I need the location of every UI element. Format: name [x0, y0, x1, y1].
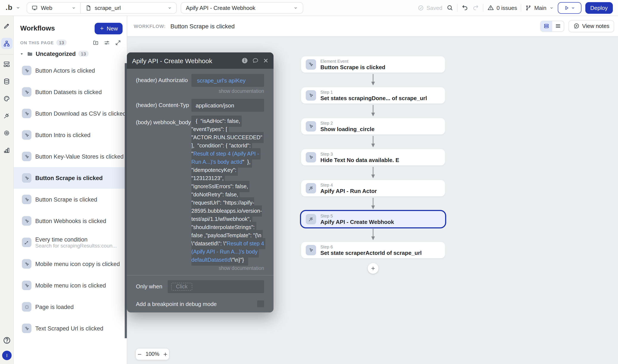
view-toggle-list[interactable]	[552, 21, 564, 31]
step-card[interactable]: Element EventButton Scrape is clicked	[301, 56, 445, 73]
preview-button[interactable]	[558, 2, 581, 13]
sidebar-item-plugins[interactable]	[1, 110, 12, 121]
search-icon[interactable]	[446, 4, 453, 11]
page-label: scrape_url	[94, 4, 121, 11]
workflow-list-item[interactable]: Button Scrape is clicked	[14, 189, 127, 210]
workflow-list-item[interactable]: Button Download as CSV is clicked	[14, 103, 127, 124]
plug-icon	[306, 183, 316, 193]
workflow-select[interactable]: Apify API - Create Webhook	[181, 2, 303, 13]
workflow-list-item[interactable]: Button Datasets is clicked	[14, 81, 127, 103]
flow-arrow-icon	[301, 196, 445, 211]
json-text: " }, "idempotencyKey": "123123123", "ign…	[191, 159, 263, 247]
workflow-header-label: WORKFLOW:	[134, 23, 166, 29]
panel-scrollbar[interactable]	[125, 63, 127, 338]
step-kind: Step 4	[320, 182, 377, 188]
check-circle-icon	[417, 4, 424, 11]
topbar-actions: Saved 0 issues Main Deploy	[417, 2, 613, 13]
step-card[interactable]: Step 5Apify API - Create Webhook	[301, 211, 445, 227]
sidebar-item-design[interactable]	[1, 21, 12, 31]
info-icon[interactable]	[241, 57, 248, 64]
workflow-list-item[interactable]: Every time conditionSearch for scrapingR…	[14, 232, 127, 253]
workflow-item-label: Button Intro is clicked	[35, 132, 91, 138]
plus-icon	[99, 26, 105, 31]
rail-divider	[0, 54, 13, 55]
warning-icon	[487, 4, 494, 11]
page-select[interactable]: scrape_url	[81, 2, 176, 13]
step-card[interactable]: Step 2Show loading_circle	[301, 118, 445, 134]
filter-icon[interactable]	[104, 39, 110, 46]
cursor-icon	[306, 152, 316, 162]
click-cursor-icon	[306, 59, 316, 70]
flow-arrow-icon	[301, 166, 445, 180]
show-documentation-link[interactable]: show documentation	[127, 87, 273, 94]
click-cursor-icon	[22, 109, 31, 118]
sidebar-item-workflows[interactable]	[1, 38, 12, 49]
workflow-list-item[interactable]: Page is loaded	[14, 296, 127, 318]
workflow-item-label: Text Scraped Url is clicked	[35, 325, 103, 332]
workflow-item-label: Page is loaded	[35, 304, 74, 310]
branch-select[interactable]: Main	[525, 4, 554, 11]
help-icon[interactable]	[3, 336, 11, 345]
user-avatar[interactable]: I	[2, 351, 12, 360]
add-folder-icon[interactable]	[93, 39, 99, 46]
sidebar-item-settings[interactable]	[1, 128, 12, 138]
click-cursor-icon	[22, 324, 31, 333]
undo-icon[interactable]	[461, 4, 468, 11]
view-toggle-cards[interactable]	[540, 21, 552, 31]
cursor-icon	[306, 245, 316, 255]
sidebar-item-data[interactable]	[1, 76, 12, 86]
only-when-placeholder[interactable]: Click	[171, 283, 192, 290]
mode-select[interactable]: Web	[27, 2, 81, 13]
workflow-list-item[interactable]: Text Scraped Url is clicked	[14, 318, 127, 339]
workflow-list-item[interactable]: Button Actors is clicked	[14, 60, 127, 81]
sidebar-item-backend[interactable]	[1, 59, 12, 69]
auth-header-value[interactable]: scrape_url's apiKey	[197, 77, 246, 84]
divider	[457, 4, 457, 12]
workflow-list-item[interactable]: Button Key-Value Stores is clicked	[14, 146, 127, 167]
step-card[interactable]: Step 4Apify API - Run Actor	[301, 180, 445, 196]
view-toggle	[540, 20, 564, 32]
workflow-list-item[interactable]: Mobile menu icon is clicked	[14, 275, 127, 296]
caret-down-icon[interactable]	[19, 51, 24, 56]
zoom-out-button[interactable]	[136, 351, 142, 357]
logo-menu-chevron-icon[interactable]	[15, 5, 21, 10]
zoom-in-button[interactable]	[163, 351, 168, 357]
issues-button[interactable]: 0 issues	[487, 4, 517, 11]
step-title: Apify API - Run Actor	[320, 188, 377, 194]
deploy-button[interactable]: Deploy	[585, 2, 613, 13]
step-card[interactable]: Step 3Hide Text No data available. E	[301, 149, 445, 166]
workflow-item-label: Button Webhooks is clicked	[35, 218, 106, 224]
step-card[interactable]: Step 6Set state scraperActorId of scrape…	[301, 242, 445, 258]
design-icon	[3, 22, 10, 29]
breakpoint-checkbox[interactable]	[257, 300, 264, 307]
branch-label: Main	[534, 4, 546, 11]
bubble-logo[interactable]: .b	[6, 3, 13, 12]
workflow-list-item[interactable]: Mobile menu icon copy is clicked	[14, 253, 127, 275]
workflow-item-label: Mobile menu icon copy is clicked	[35, 261, 120, 267]
folder-row-uncategorized[interactable]: Uncategorized 13	[14, 48, 127, 60]
sidebar-item-logs[interactable]	[1, 145, 12, 155]
content-type-input[interactable]: application/json	[191, 99, 264, 112]
step-card[interactable]: Step 1Set states scrapingDone... of scra…	[301, 87, 445, 104]
auth-header-input[interactable]: scrape_url's apiKey	[191, 74, 264, 87]
modal-header[interactable]: Apify API - Create Webhook	[127, 52, 273, 69]
add-step-button[interactable]	[368, 263, 378, 274]
new-workflow-button[interactable]: New	[94, 23, 122, 34]
step-title: Show loading_circle	[320, 126, 374, 132]
modal-title: Apify API - Create Webhook	[132, 57, 212, 64]
webhook-body-input[interactable]: { "isAdHoc": false, "eventTypes": [ "ACT…	[191, 116, 266, 266]
workflow-list-item[interactable]: Button Scrape is clicked	[14, 167, 127, 189]
flow-arrow-icon	[301, 73, 445, 87]
redo-icon[interactable]	[472, 4, 479, 11]
content-type-value: application/json	[196, 102, 234, 108]
workflow-list-item[interactable]: Button Intro is clicked	[14, 124, 127, 146]
comment-icon[interactable]	[252, 57, 259, 64]
view-notes-button[interactable]: View notes	[568, 20, 614, 32]
expand-icon[interactable]	[115, 39, 121, 46]
close-icon[interactable]	[263, 58, 269, 64]
sidebar-item-styles[interactable]	[1, 93, 12, 104]
step-flow: Element EventButton Scrape is clickedSte…	[301, 56, 445, 274]
step-kind: Step 2	[320, 120, 374, 126]
workflow-list-item[interactable]: Button Webhooks is clicked	[14, 210, 127, 232]
only-when-input[interactable]: Click	[168, 280, 264, 293]
